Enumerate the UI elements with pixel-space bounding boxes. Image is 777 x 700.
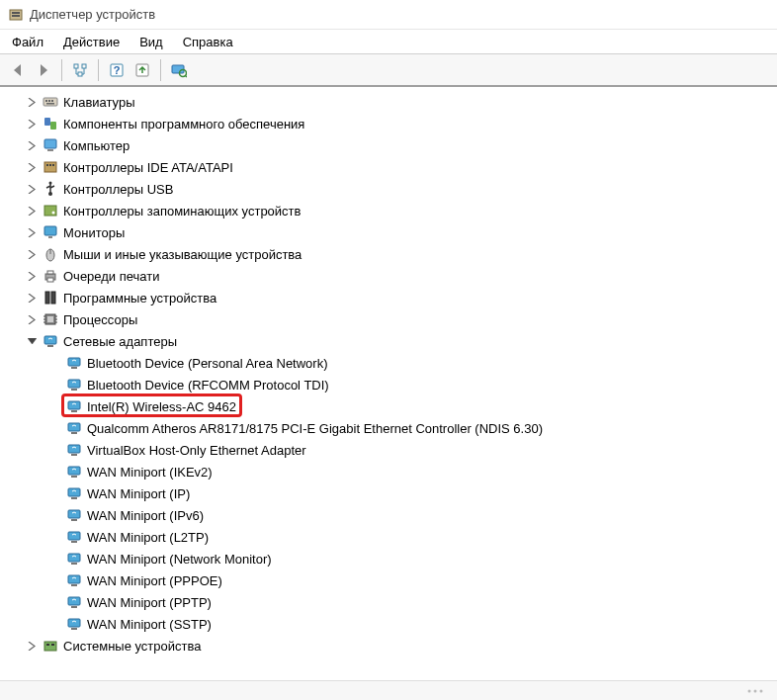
- tree-node-label: Процессоры: [63, 312, 137, 327]
- menubar: Файл Действие Вид Справка: [0, 30, 777, 53]
- refresh-button[interactable]: [130, 58, 154, 82]
- tree-node-label: Мыши и иные указывающие устройства: [63, 247, 302, 262]
- scan-hardware-button[interactable]: [167, 58, 191, 82]
- cpu-icon: [42, 310, 59, 328]
- menu-view[interactable]: Вид: [131, 33, 175, 51]
- netadapter-icon: [65, 528, 83, 546]
- forward-button[interactable]: [32, 58, 55, 82]
- ide-icon: [42, 158, 59, 176]
- svg-point-53: [760, 689, 763, 692]
- toolbar-separator: [61, 59, 62, 81]
- svg-point-51: [748, 689, 751, 692]
- tree-node[interactable]: Qualcomm Atheros AR8171/8175 PCI-E Gigab…: [24, 417, 777, 439]
- netadapter-icon: [65, 376, 83, 394]
- menu-action[interactable]: Действие: [55, 33, 131, 51]
- expand-icon[interactable]: [24, 268, 40, 284]
- tree-node-label: Системные устройства: [63, 639, 201, 654]
- tree-node-label: WAN Miniport (Network Monitor): [87, 552, 272, 567]
- tree-node[interactable]: WAN Miniport (PPPOE): [24, 569, 777, 591]
- expand-icon[interactable]: [24, 224, 40, 240]
- expand-icon[interactable]: [24, 290, 40, 306]
- window-title: Диспетчер устройств: [30, 7, 155, 22]
- netadapter-icon: [65, 506, 83, 524]
- expander-placeholder: [47, 616, 63, 632]
- tree-node-label: WAN Miniport (SSTP): [87, 617, 212, 632]
- tree-node[interactable]: WAN Miniport (PPTP): [24, 591, 777, 613]
- tree-node-label: VirtualBox Host-Only Ethernet Adapter: [87, 443, 306, 458]
- expander-placeholder: [47, 507, 63, 523]
- expander-placeholder: [47, 377, 63, 393]
- tree-node[interactable]: VirtualBox Host-Only Ethernet Adapter: [24, 439, 777, 461]
- expand-icon[interactable]: [24, 638, 40, 654]
- tree-node[interactable]: Клавиатуры: [24, 91, 777, 113]
- tree-node[interactable]: Контроллеры USB: [24, 178, 777, 200]
- tree-node-label: WAN Miniport (IP): [87, 486, 190, 501]
- menu-help[interactable]: Справка: [175, 33, 245, 51]
- expand-icon[interactable]: [24, 137, 40, 153]
- tree-node-label: Клавиатуры: [63, 95, 135, 110]
- tree-node-label: Bluetooth Device (RFCOMM Protocol TDI): [87, 378, 329, 393]
- tree-node-label: Очереди печати: [63, 269, 160, 284]
- statusbar: [0, 680, 777, 700]
- tree-node[interactable]: Компоненты программного обеспечения: [24, 113, 777, 134]
- netadapter-icon: [65, 550, 83, 568]
- tree-node[interactable]: WAN Miniport (IKEv2): [24, 461, 777, 482]
- system-icon: [42, 637, 59, 655]
- software-dev-icon: [42, 289, 59, 306]
- netadapter-icon: [65, 615, 83, 633]
- tree-node[interactable]: Контроллеры запоминающих устройств: [24, 200, 777, 221]
- computer-icon: [42, 136, 59, 154]
- tree-node[interactable]: WAN Miniport (SSTP): [24, 613, 777, 635]
- tree-node-label: Мониторы: [63, 225, 125, 240]
- tree-node[interactable]: Системные устройства: [24, 635, 777, 656]
- tree-node[interactable]: Контроллеры IDE ATA/ATAPI: [24, 156, 777, 178]
- expand-icon[interactable]: [24, 159, 40, 175]
- netadapter-icon: [65, 593, 83, 611]
- tree-node[interactable]: WAN Miniport (Network Monitor): [24, 548, 777, 569]
- storage-icon: [42, 202, 59, 219]
- keyboard-icon: [42, 93, 59, 111]
- tree-node[interactable]: Сетевые адаптеры: [24, 330, 777, 352]
- collapse-icon[interactable]: [24, 333, 40, 349]
- tree-node[interactable]: WAN Miniport (L2TP): [24, 526, 777, 548]
- tree-node[interactable]: Bluetooth Device (Personal Area Network): [24, 352, 777, 374]
- usb-icon: [42, 180, 59, 198]
- expand-icon[interactable]: [24, 116, 40, 131]
- monitor-icon: [42, 223, 59, 241]
- tree-node[interactable]: Программные устройства: [24, 287, 777, 308]
- toolbar-separator: [98, 59, 99, 81]
- expander-placeholder: [47, 572, 63, 588]
- expand-icon[interactable]: [24, 203, 40, 219]
- netadapter-icon: [65, 354, 83, 372]
- tree-node[interactable]: Bluetooth Device (RFCOMM Protocol TDI): [24, 374, 777, 395]
- expand-icon[interactable]: [24, 246, 40, 262]
- netadapter-icon: [65, 463, 83, 481]
- tree-node[interactable]: Мониторы: [24, 221, 777, 243]
- expander-placeholder: [47, 442, 63, 458]
- tree-node[interactable]: Intel(R) Wireless-AC 9462: [24, 395, 777, 417]
- tree-node[interactable]: WAN Miniport (IP): [24, 482, 777, 504]
- expand-icon[interactable]: [24, 311, 40, 327]
- show-hide-tree-button[interactable]: [68, 58, 92, 82]
- tree-node-label: Компоненты программного обеспечения: [63, 117, 304, 131]
- tree-node[interactable]: Мыши и иные указывающие устройства: [24, 243, 777, 265]
- device-tree[interactable]: КлавиатурыКомпоненты программного обеспе…: [0, 87, 777, 680]
- svg-point-52: [754, 689, 757, 692]
- expander-placeholder: [47, 594, 63, 610]
- tree-node[interactable]: WAN Miniport (IPv6): [24, 504, 777, 526]
- tree-node-label: Контроллеры запоминающих устройств: [63, 204, 301, 219]
- netadapter-icon: [65, 484, 83, 502]
- tree-node-label: Intel(R) Wireless-AC 9462: [87, 399, 236, 414]
- tree-node[interactable]: Очереди печати: [24, 265, 777, 287]
- netadapter-icon: [65, 571, 83, 589]
- toolbar: [0, 53, 777, 87]
- expand-icon[interactable]: [24, 94, 40, 110]
- tree-node[interactable]: Компьютер: [24, 134, 777, 156]
- back-button[interactable]: [6, 58, 30, 82]
- help-button[interactable]: [105, 58, 129, 82]
- expand-icon[interactable]: [24, 181, 40, 197]
- expander-placeholder: [47, 464, 63, 480]
- menu-file[interactable]: Файл: [4, 33, 55, 51]
- software-icon: [42, 115, 59, 132]
- tree-node[interactable]: Процессоры: [24, 308, 777, 330]
